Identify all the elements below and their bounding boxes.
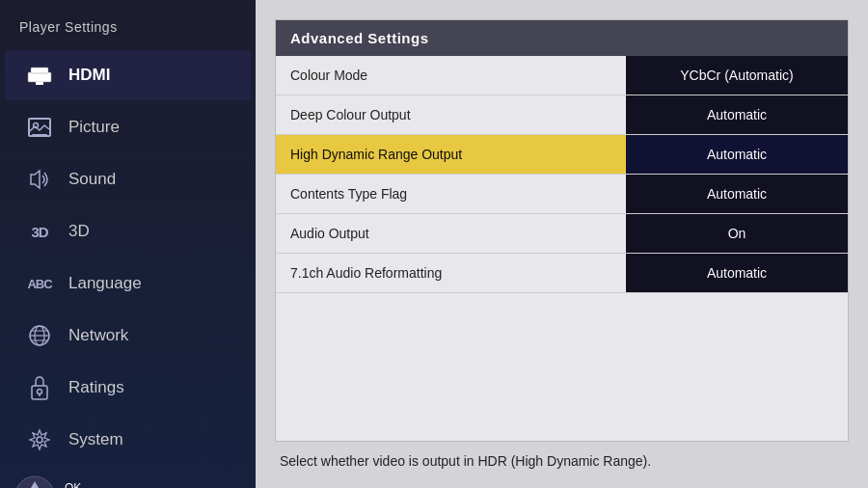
settings-row-71ch[interactable]: 7.1ch Audio Reformatting Automatic [276,254,848,293]
sidebar-item-language-label: Language [68,274,142,293]
svg-rect-1 [31,68,48,73]
sidebar-item-system-label: System [68,430,123,449]
nav-text: OK RETURN [65,481,113,488]
description-text: Select whether video is output in HDR (H… [280,453,651,469]
settings-row-deep-colour[interactable]: Deep Colour Output Automatic [276,95,848,135]
sidebar-item-system[interactable]: System [5,415,251,465]
row-label-audio-output: Audio Output [276,214,626,253]
sidebar-item-hdmi[interactable]: HDMI [5,50,251,100]
sidebar-item-sound[interactable]: Sound [5,154,251,204]
row-value-contents-type: Automatic [626,175,848,213]
sidebar-title: Player Settings [0,19,256,49]
sidebar-item-picture[interactable]: Picture [5,102,251,152]
hdmi-icon [24,60,55,91]
row-value-deep-colour: Automatic [626,95,848,134]
settings-row-audio-output[interactable]: Audio Output On [276,214,848,254]
sidebar-item-picture-label: Picture [68,118,120,137]
row-value-colour-mode: YCbCr (Automatic) [626,56,848,95]
svg-rect-4 [32,134,47,136]
network-icon [24,320,55,351]
main-content: Advanced Settings Colour Mode YCbCr (Aut… [256,0,868,488]
row-label-contents-type: Contents Type Flag [276,175,626,213]
system-icon [24,424,55,455]
svg-point-12 [38,390,42,394]
ratings-icon [24,372,55,403]
nav-hint: OK RETURN [0,466,256,488]
row-value-71ch: Automatic [626,254,848,292]
sidebar-item-network[interactable]: Network [5,311,251,361]
picture-icon [24,112,55,143]
row-label-71ch: 7.1ch Audio Reformatting [276,254,626,292]
svg-point-14 [37,437,42,443]
row-value-audio-output: On [626,214,848,253]
sidebar-item-language[interactable]: ABC Language [5,258,251,309]
sidebar-item-sound-label: Sound [68,170,116,189]
ok-label: OK [65,481,81,488]
dpad-icon [14,475,55,488]
row-label-colour-mode: Colour Mode [276,56,626,95]
row-value-hdr: Automatic [626,135,848,174]
svg-rect-2 [36,82,43,85]
panel-spacer [276,293,848,441]
3d-icon: 3D [24,216,55,247]
row-label-deep-colour: Deep Colour Output [276,95,626,134]
sidebar-item-network-label: Network [68,326,128,345]
row-label-hdr: High Dynamic Range Output [276,135,626,174]
language-icon: ABC [24,268,55,299]
settings-row-colour-mode[interactable]: Colour Mode YCbCr (Automatic) [276,56,848,95]
svg-rect-0 [28,72,51,82]
settings-panel: Advanced Settings Colour Mode YCbCr (Aut… [275,19,849,442]
sidebar-item-3d-label: 3D [68,222,90,241]
settings-row-contents-type[interactable]: Contents Type Flag Automatic [276,175,848,214]
sidebar-item-hdmi-label: HDMI [68,66,110,85]
sidebar-item-3d[interactable]: 3D 3D [5,206,251,257]
sound-icon [24,164,55,195]
sidebar-item-ratings-label: Ratings [68,378,124,397]
panel-title: Advanced Settings [276,20,848,56]
settings-row-hdr[interactable]: High Dynamic Range Output Automatic [276,135,848,175]
description-area: Select whether video is output in HDR (H… [275,442,849,474]
svg-rect-11 [32,386,47,399]
nav-ok: OK [65,481,113,488]
sidebar: Player Settings HDMI Picture [0,0,256,488]
sidebar-item-ratings[interactable]: Ratings [5,363,251,413]
